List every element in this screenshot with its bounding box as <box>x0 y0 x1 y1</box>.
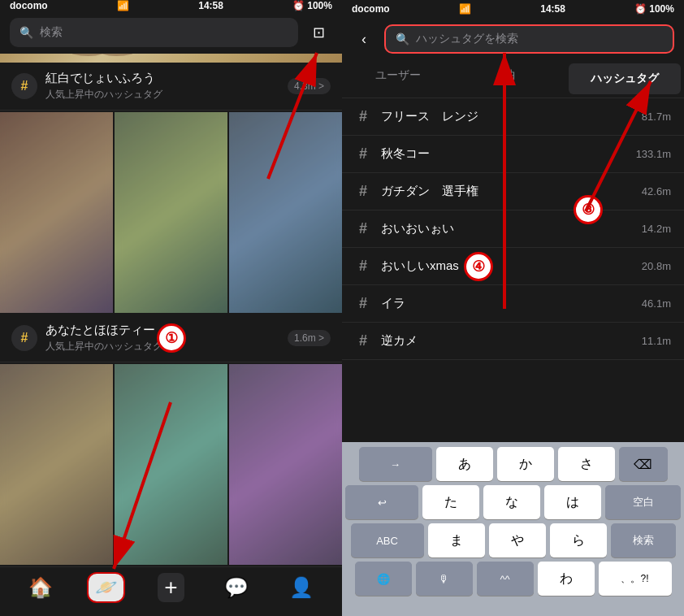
hashtag-info-1: 紅白でじょいふろう 人気上昇中のハッシュタグ <box>45 71 279 102</box>
key-abc[interactable]: ABC <box>351 523 424 557</box>
key-ma[interactable]: ま <box>428 523 485 557</box>
video-thumb-6[interactable] <box>229 364 342 565</box>
expand-icon[interactable]: ⊡ <box>305 19 332 46</box>
key-a[interactable]: あ <box>436 447 493 481</box>
key-ya[interactable]: や <box>489 523 546 557</box>
hashtag-sub-1: 人気上昇中のハッシュタグ <box>45 88 279 102</box>
tab-song[interactable]: 曲 <box>454 60 566 98</box>
carrier-left: docomo <box>10 0 48 11</box>
profile-icon: 👤 <box>289 576 314 599</box>
hashtag-row-2[interactable]: # あなたとほほティー 人気上昇中のハッシュタグ 1.6m > ① <box>0 315 342 362</box>
list-item[interactable]: # イラ 46.1m <box>342 285 684 323</box>
video-grid <box>0 111 342 315</box>
hashtag-row-1[interactable]: # 紅白でじょいふろう 人気上昇中のハッシュタグ 4.3m > <box>0 63 342 111</box>
hash-name: 逆カメ <box>381 333 632 349</box>
list-item[interactable]: # ガチダン 選手権 42.6m <box>342 173 684 210</box>
hash-icon: # <box>355 332 371 349</box>
key-delete[interactable]: ⌫ <box>619 447 668 481</box>
key-search-confirm[interactable]: 検索 <box>611 523 676 557</box>
key-ka[interactable]: か <box>497 447 554 481</box>
tab-chat[interactable]: 💬 <box>212 567 261 608</box>
hashtag-name-2: あなたとほほティー <box>45 323 279 338</box>
hash-count: 133.1m <box>636 148 671 160</box>
key-wa[interactable]: わ <box>538 562 595 596</box>
list-item[interactable]: # おいしいxmas 20.8m ④ <box>342 248 684 285</box>
hash-count: 11.1m <box>642 335 671 347</box>
right-header: ‹ 🔍 ハッシュタグを検索 <box>342 18 684 60</box>
key-na[interactable]: な <box>483 485 540 519</box>
hash-count: 20.8m <box>642 260 671 272</box>
list-item[interactable]: # 逆カメ 11.1m <box>342 323 684 360</box>
hash-icon: # <box>355 258 371 275</box>
hash-icon: # <box>355 295 371 312</box>
search-icon-right: 🔍 <box>396 33 409 46</box>
hash-name: ガチダン 選手権 <box>381 184 632 199</box>
key-arrow-right[interactable]: → <box>359 447 432 481</box>
wifi-icon-right: 📶 <box>459 3 471 15</box>
key-return[interactable]: ↩ <box>345 485 418 519</box>
key-ta[interactable]: た <box>422 485 479 519</box>
hash-name: イラ <box>381 296 632 311</box>
key-caret[interactable]: ^^ <box>477 562 534 596</box>
video-thumb-4[interactable] <box>0 364 113 565</box>
hash-count: 14.2m <box>642 223 671 235</box>
video-thumb-3[interactable] <box>229 112 342 313</box>
tab-user[interactable]: ユーザー <box>342 60 454 98</box>
tab-add[interactable]: + <box>146 567 195 608</box>
hash-name: フリース レンジ <box>381 109 632 124</box>
keyboard: → あ か さ ⌫ ↩ た な は 空白 ABC ま や ら 検索 🌐 🎙 ^^… <box>342 442 684 616</box>
search-placeholder-right: ハッシュタグを検索 <box>416 32 518 46</box>
keyboard-row-1: → あ か さ ⌫ <box>345 447 681 481</box>
search-input-right[interactable]: 🔍 ハッシュタグを検索 <box>384 24 674 54</box>
search-input-left[interactable]: 🔍 検索 <box>10 18 298 47</box>
hash-name: おいしいxmas <box>381 258 632 274</box>
hash-count: 46.1m <box>642 297 671 310</box>
tab-hashtag-active[interactable]: ハッシュタグ <box>569 63 681 94</box>
key-punctuation[interactable]: 、。?! <box>599 562 672 596</box>
status-bar-right: docomo 📶 14:58 ⏰ 100% <box>342 0 684 18</box>
banner-card: ゴールドスノー Gold Snow ② <box>0 54 342 63</box>
hashtag-count-2[interactable]: 1.6m > <box>288 330 331 346</box>
hashtag-name-1: 紅白でじょいふろう <box>45 71 279 86</box>
key-ha[interactable]: は <box>544 485 601 519</box>
chat-icon: 💬 <box>224 576 249 599</box>
search-placeholder-left: 検索 <box>40 25 63 40</box>
tab-explore[interactable]: 🪐 <box>81 567 130 608</box>
key-globe[interactable]: 🌐 <box>355 562 412 596</box>
hashtag-count-1[interactable]: 4.3m > <box>288 78 331 94</box>
home-icon: 🏠 <box>28 576 53 599</box>
keyboard-row-3: ABC ま や ら 検索 <box>345 523 681 557</box>
list-item[interactable]: # フリース レンジ 81.7m <box>342 98 684 136</box>
video-thumb-2[interactable] <box>115 112 227 313</box>
hashtag-info-2: あなたとほほティー 人気上昇中のハッシュタグ <box>45 323 279 354</box>
key-mic[interactable]: 🎙 <box>416 562 473 596</box>
video-thumb-5[interactable] <box>115 364 227 565</box>
hash-name: おいおいぉい <box>381 221 632 236</box>
hash-icon: # <box>355 183 371 200</box>
alarm-icon-left: ⏰ <box>292 0 305 11</box>
time-left: 14:58 <box>198 0 223 11</box>
list-item[interactable]: # おいおいぉい 14.2m <box>342 210 684 248</box>
battery-right: 100% <box>649 3 674 15</box>
tab-profile[interactable]: 👤 <box>277 567 326 608</box>
keyboard-row-4: 🌐 🎙 ^^ わ 、。?! <box>345 562 681 596</box>
alarm-icon-right: ⏰ <box>634 3 647 15</box>
tab-bar-left: 🏠 🪐 + 💬 👤 <box>0 566 342 616</box>
key-sa[interactable]: さ <box>558 447 615 481</box>
search-icon-left: 🔍 <box>19 26 33 39</box>
category-tabs: ユーザー 曲 ハッシュタグ <box>342 60 684 98</box>
tab-home[interactable]: 🏠 <box>16 567 65 608</box>
hashtag-icon-2: # <box>11 325 37 351</box>
video-grid-2 <box>0 362 342 566</box>
search-bar-left: 🔍 検索 ⊡ <box>0 11 342 54</box>
wifi-icon-left: 📶 <box>117 0 129 11</box>
back-button[interactable]: ‹ <box>352 31 376 48</box>
keyboard-row-2: ↩ た な は 空白 <box>345 485 681 519</box>
video-thumb-1[interactable] <box>0 112 113 313</box>
hashtag-sub-2: 人気上昇中のハッシュタグ <box>45 340 279 354</box>
list-item[interactable]: # 秋冬コー 133.1m <box>342 136 684 173</box>
battery-left: 100% <box>307 0 332 11</box>
key-space[interactable]: 空白 <box>605 485 681 519</box>
key-ra[interactable]: ら <box>550 523 607 557</box>
hash-count: 42.6m <box>642 185 671 197</box>
